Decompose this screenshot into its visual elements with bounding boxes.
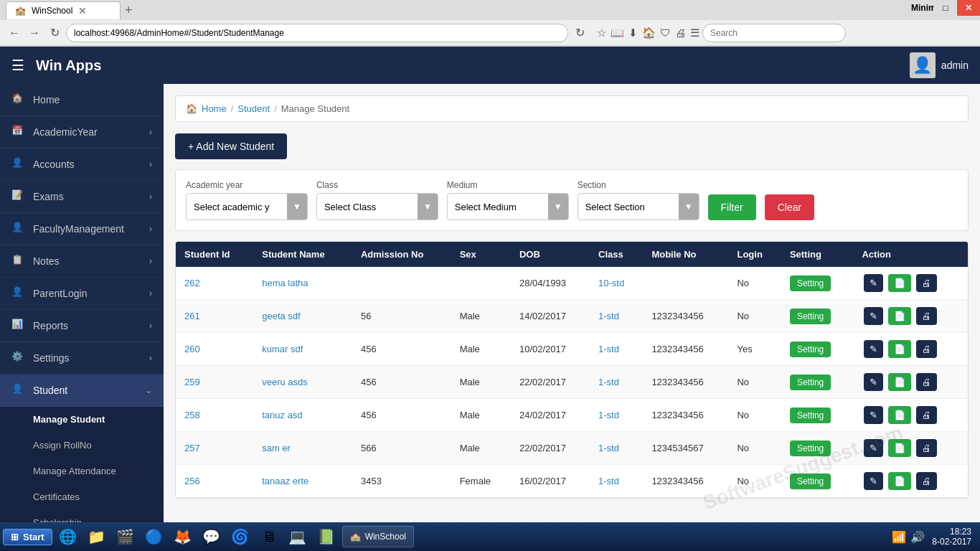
cell-setting[interactable]: Setting (781, 366, 854, 399)
section-dropdown-btn[interactable]: ▼ (679, 194, 699, 220)
print-button[interactable]: 🖨 (916, 340, 937, 358)
submenu-manage-student[interactable]: Manage Student (0, 407, 164, 433)
table-body: 262 hema latha 28/04/1993 10-std No Sett… (176, 267, 968, 498)
setting-button[interactable]: Setting (790, 309, 831, 324)
academic-year-select[interactable]: Select academic y (187, 196, 287, 218)
list-button[interactable]: 📄 (888, 307, 911, 325)
sidebar-item-faculty[interactable]: 👤 FacultyManagement › (0, 213, 164, 245)
student-icon: 👤 (11, 383, 26, 397)
sidebar-item-academic-year[interactable]: 📅 AcademicYear › (0, 116, 164, 149)
sidebar-item-reports[interactable]: 📊 Reports › (0, 310, 164, 342)
cell-id: 262 (176, 267, 253, 300)
list-button[interactable]: 📄 (888, 340, 911, 358)
list-button[interactable]: 📄 (888, 373, 911, 391)
add-student-button[interactable]: + Add New Student (175, 133, 287, 159)
class-select[interactable]: Select Class (317, 196, 418, 218)
class-dropdown-btn[interactable]: ▼ (418, 194, 438, 220)
class-select-wrapper: Select Class ▼ (316, 193, 438, 220)
refresh-icon[interactable]: ↻ (571, 24, 588, 42)
list-button[interactable]: 📄 (888, 274, 911, 292)
setting-button[interactable]: Setting (790, 375, 831, 390)
address-bar[interactable] (66, 24, 568, 42)
new-tab-button[interactable]: + (121, 3, 137, 18)
setting-button[interactable]: Setting (790, 276, 831, 291)
shield-icon[interactable]: 🛡 (660, 27, 671, 39)
submenu-assign-rollno[interactable]: Assign RollNo (0, 433, 164, 458)
browser-tab[interactable]: 🏫 WinSchool ✕ (6, 1, 121, 19)
cell-setting[interactable]: Setting (781, 300, 854, 333)
cell-class: 1-std (590, 465, 643, 498)
cell-setting[interactable]: Setting (781, 432, 854, 465)
print-button[interactable]: 🖨 (916, 406, 937, 424)
cell-setting[interactable]: Setting (781, 465, 854, 498)
list-button[interactable]: 📄 (888, 472, 911, 490)
edit-button[interactable]: ✎ (864, 439, 883, 457)
tab-close-button[interactable]: ✕ (78, 5, 87, 17)
medium-dropdown-btn[interactable]: ▼ (548, 194, 568, 220)
sidebar-item-home[interactable]: 🏠 Home (0, 84, 164, 116)
edit-button[interactable]: ✎ (864, 340, 883, 358)
browser-search-input[interactable] (702, 24, 846, 42)
print-button[interactable]: 🖨 (916, 307, 937, 325)
window-controls: Minimize □ ✕ (911, 0, 980, 16)
medium-select[interactable]: Select Medium (448, 196, 548, 218)
print-icon[interactable]: 🖨 (675, 27, 686, 39)
edit-button[interactable]: ✎ (864, 472, 883, 490)
print-button[interactable]: 🖨 (916, 373, 937, 391)
sidebar-item-student[interactable]: 👤 Student ⌄ (0, 375, 164, 407)
home-browser-icon[interactable]: 🏠 (642, 27, 656, 39)
close-button[interactable]: ✕ (957, 0, 980, 16)
cell-setting[interactable]: Setting (781, 333, 854, 366)
reader-icon[interactable]: 📖 (611, 27, 624, 39)
setting-button[interactable]: Setting (790, 441, 831, 456)
settings-icon: ⚙️ (11, 351, 26, 365)
print-button[interactable]: 🖨 (916, 274, 937, 292)
cell-sex: Male (451, 333, 511, 366)
sidebar-item-exams[interactable]: 📝 Exams › (0, 181, 164, 213)
cell-sex: Male (451, 366, 511, 399)
submenu-manage-attendance[interactable]: Manage Attendance (0, 458, 164, 484)
admin-name: admin (941, 60, 969, 71)
print-button[interactable]: 🖨 (916, 472, 937, 490)
print-button[interactable]: 🖨 (916, 439, 937, 457)
forward-button[interactable]: → (26, 24, 43, 42)
list-button[interactable]: 📄 (888, 439, 911, 457)
table-row: 261 geeta sdf 56 Male 14/02/2017 1-std 1… (176, 300, 968, 333)
chevron-right-icon: › (149, 192, 152, 202)
list-button[interactable]: 📄 (888, 406, 911, 424)
edit-button[interactable]: ✎ (864, 373, 883, 391)
cell-setting[interactable]: Setting (781, 267, 854, 300)
cell-class: 10-std (590, 267, 643, 300)
academic-year-dropdown-btn[interactable]: ▼ (287, 194, 307, 220)
cell-setting[interactable]: Setting (781, 399, 854, 432)
download-icon[interactable]: ⬇ (628, 27, 638, 39)
maximize-button[interactable]: □ (934, 0, 957, 16)
breadcrumb-home[interactable]: Home (202, 103, 227, 114)
col-setting: Setting (781, 242, 854, 267)
filter-button[interactable]: Filter (708, 194, 756, 220)
setting-button[interactable]: Setting (790, 408, 831, 423)
edit-button[interactable]: ✎ (864, 307, 883, 325)
top-navbar: ☰ Win Apps 👤 admin (0, 47, 980, 84)
menu-icon[interactable]: ☰ (690, 27, 699, 39)
section-select[interactable]: Select Section (578, 196, 679, 218)
home-breadcrumb-icon: 🏠 (186, 103, 197, 114)
sidebar-item-parent-login[interactable]: 👤 ParentLogin › (0, 278, 164, 310)
breadcrumb-student[interactable]: Student (237, 103, 270, 114)
reload-button[interactable]: ↻ (46, 24, 63, 42)
setting-button[interactable]: Setting (790, 342, 831, 357)
submenu-scholarship[interactable]: Scholarship (0, 510, 164, 523)
sidebar-item-accounts[interactable]: 👤 Accounts › (0, 149, 164, 181)
edit-button[interactable]: ✎ (864, 274, 883, 292)
minimize-button[interactable]: Minimize (911, 0, 934, 16)
hamburger-menu[interactable]: ☰ (11, 57, 24, 74)
bookmark-icon[interactable]: ☆ (597, 27, 606, 39)
back-button[interactable]: ← (6, 24, 23, 42)
setting-button[interactable]: Setting (790, 474, 831, 489)
submenu-certificates[interactable]: Certificates (0, 484, 164, 510)
edit-button[interactable]: ✎ (864, 406, 883, 424)
sidebar-item-notes[interactable]: 📋 Notes › (0, 245, 164, 278)
section-group: Section Select Section ▼ (578, 180, 699, 220)
sidebar-item-settings[interactable]: ⚙️ Settings › (0, 342, 164, 375)
clear-button[interactable]: Clear (765, 194, 814, 220)
